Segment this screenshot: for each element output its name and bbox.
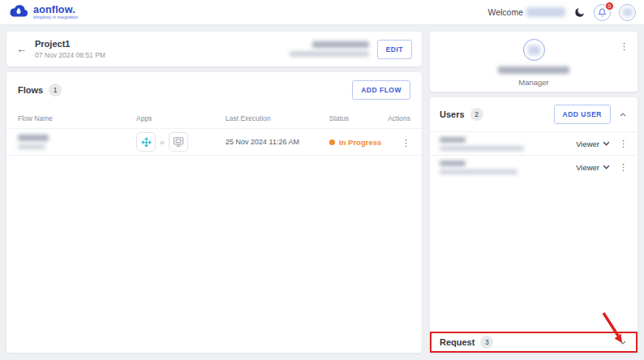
- user-menu-icon[interactable]: ⋮: [619, 163, 628, 172]
- status-label: In Progress: [339, 138, 381, 147]
- project-title-block: Project1 07 Nov 2024 08:51 PM: [35, 39, 105, 59]
- users-count-badge: 2: [470, 108, 483, 121]
- page: aonflow. simplicity in integration Welco…: [0, 0, 644, 360]
- users-header: Users 2 ADD USER: [430, 97, 638, 131]
- project-header-card: ← Project1 07 Nov 2024 08:51 PM EDIT: [6, 32, 422, 66]
- apps-separator-chevrons: »: [160, 138, 165, 147]
- request-title: Request: [440, 337, 474, 347]
- project-datetime: 07 Nov 2024 08:51 PM: [35, 51, 105, 59]
- right-column: Manager ⋮ Users 2 ADD USER: [430, 32, 638, 353]
- left-column: ← Project1 07 Nov 2024 08:51 PM EDIT Flo…: [6, 32, 422, 353]
- manager-role-label: Manager: [518, 78, 549, 87]
- flow-table-row[interactable]: » 25 Nov 2024 11:26 AM: [6, 129, 422, 156]
- welcome-text: Welcome: [487, 7, 565, 17]
- col-status: Status: [329, 114, 388, 122]
- manager-profile-card: Manager ⋮: [430, 32, 638, 92]
- status-dot-icon: [329, 139, 335, 145]
- user-row[interactable]: Viewer ⋮: [430, 155, 638, 178]
- flows-header: Flows 1 ADD FLOW: [6, 72, 422, 108]
- edit-project-button[interactable]: EDIT: [377, 40, 412, 59]
- user-role-dropdown[interactable]: Viewer: [576, 163, 610, 172]
- col-flow-name: Flow Name: [18, 114, 136, 122]
- notifications-button[interactable]: 0: [594, 4, 611, 21]
- project-title: Project1: [35, 39, 105, 49]
- source-app-chip: [136, 132, 156, 152]
- flow-status: In Progress: [329, 138, 388, 147]
- user-identity-redacted: [440, 161, 517, 174]
- flow-actions-menu-icon[interactable]: ⋮: [401, 138, 410, 148]
- flow-last-execution: 25 Nov 2024 11:26 AM: [225, 138, 329, 146]
- cloud-logo-icon: [8, 3, 29, 22]
- request-count-badge: 3: [480, 336, 493, 349]
- request-expand-chevron-down-icon[interactable]: [618, 339, 628, 346]
- flows-count-badge: 1: [49, 84, 62, 96]
- flows-title: Flows: [18, 85, 43, 95]
- request-section-highlight-box: Request 3: [430, 332, 638, 353]
- manager-avatar-redacted: [528, 45, 540, 55]
- main-content: ← Project1 07 Nov 2024 08:51 PM EDIT Flo…: [0, 25, 644, 360]
- flow-apps-cell: »: [136, 132, 225, 152]
- logo-tagline: simplicity in integration: [33, 15, 78, 20]
- move-arrows-icon: [140, 136, 152, 148]
- flows-card: Flows 1 ADD FLOW Flow Name Apps Last Exe…: [6, 72, 422, 353]
- target-app-chip: [169, 132, 188, 152]
- user-role-dropdown[interactable]: Viewer: [576, 139, 610, 148]
- users-title: Users: [440, 109, 465, 119]
- user-menu-icon[interactable]: ⋮: [619, 139, 628, 148]
- manager-name-redacted: [498, 66, 569, 74]
- col-apps: Apps: [136, 114, 225, 122]
- users-card: Users 2 ADD USER Viewer: [430, 97, 638, 353]
- user-identity-redacted: [440, 137, 524, 151]
- flows-table-header: Flow Name Apps Last Execution Status Act…: [6, 108, 422, 129]
- bell-icon: [598, 8, 607, 17]
- avatar-image-redacted: [623, 8, 633, 16]
- user-avatar[interactable]: [619, 4, 636, 21]
- top-bar: aonflow. simplicity in integration Welco…: [0, 0, 644, 25]
- flow-name-redacted: [18, 135, 136, 149]
- back-button[interactable]: ←: [16, 44, 27, 54]
- manager-avatar: [523, 39, 545, 61]
- theme-toggle-moon-icon[interactable]: [573, 6, 586, 19]
- logo-title: aonflow.: [33, 5, 78, 15]
- add-flow-button[interactable]: ADD FLOW: [352, 80, 410, 100]
- add-user-button[interactable]: ADD USER: [554, 105, 611, 124]
- user-row[interactable]: Viewer ⋮: [430, 131, 638, 155]
- users-collapse-chevron-up-icon[interactable]: [618, 111, 628, 118]
- welcome-username-redacted: [526, 7, 565, 17]
- app-logo[interactable]: aonflow. simplicity in integration: [8, 3, 78, 22]
- col-last-execution: Last Execution: [225, 114, 329, 122]
- col-actions: Actions: [388, 114, 410, 122]
- profile-menu-icon[interactable]: ⋮: [620, 42, 629, 51]
- monitor-card-icon: [172, 135, 185, 148]
- notification-count-badge: 0: [605, 2, 614, 11]
- project-owner-redacted: [290, 41, 369, 57]
